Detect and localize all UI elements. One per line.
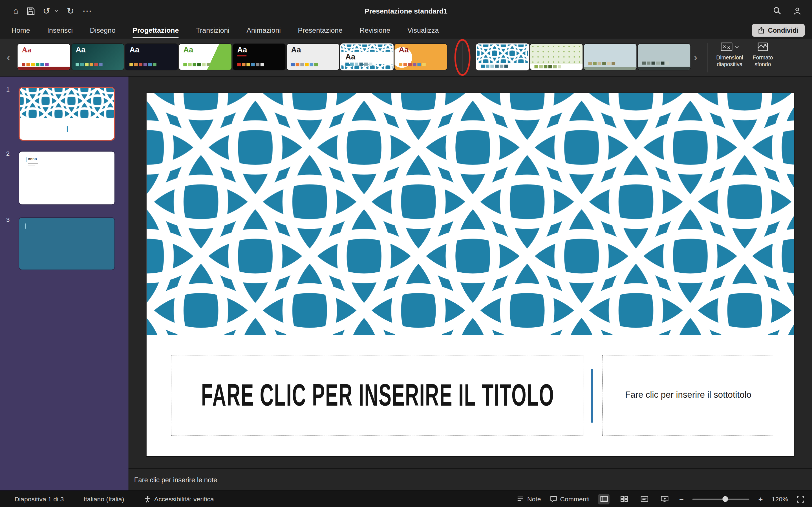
variant-thumbnail[interactable] (530, 43, 583, 70)
more-commands-icon[interactable]: ⋯ (82, 6, 92, 15)
zoom-in-button[interactable]: + (758, 495, 763, 503)
view-normal-button[interactable] (598, 494, 610, 504)
theme-thumbnail[interactable]: Aa (125, 43, 178, 70)
undo-icon[interactable]: ↺ (43, 6, 50, 15)
home-icon[interactable]: ⌂ (13, 7, 18, 15)
zoom-slider[interactable] (693, 496, 749, 503)
theme-letter: Aa (130, 46, 139, 54)
comments-toggle[interactable]: Commenti (550, 496, 590, 503)
slide-counter: Diapositiva 1 di 3 (14, 496, 64, 503)
theme-thumbnail[interactable]: Aa (17, 43, 70, 70)
slide-size-button[interactable]: Dimensionidiapositiva (712, 42, 748, 67)
gallery-prev-icon[interactable]: ‹ (7, 52, 10, 62)
theme-gallery: Aa Aa Aa Aa Aa Aa (17, 43, 448, 70)
variant-thumbnail[interactable] (583, 43, 637, 70)
theme-letter: Aa (75, 46, 86, 54)
slide-thumbnail-2[interactable]: DDDD (18, 151, 115, 205)
theme-color-strip (345, 62, 372, 66)
theme-thumbnail[interactable]: Aa (233, 43, 286, 70)
accessibility-status[interactable]: Accessibilità: verifica (144, 496, 214, 503)
variant-thumbnail[interactable] (638, 43, 691, 70)
theme-thumbnail[interactable]: Aa (394, 43, 448, 70)
caret (26, 223, 26, 228)
share-button[interactable]: Condividi (752, 24, 805, 37)
title-subtitle-divider (591, 369, 593, 423)
tab-presentazione[interactable]: Presentazione (298, 22, 343, 39)
theme-color-strip (399, 63, 426, 66)
fit-to-window-icon[interactable] (797, 496, 804, 503)
save-icon[interactable] (27, 7, 35, 15)
design-ribbon: ‹ Aa Aa Aa Aa Aa (0, 39, 812, 76)
slide-number: 2 (6, 150, 10, 158)
tab-animazioni[interactable]: Animazioni (246, 22, 281, 39)
powerpoint-window: ⌂ ↺ ↻ ⋯ Presentazione standard1 Home Ins… (0, 0, 812, 507)
theme-color-strip (291, 63, 318, 66)
variant-color-strip (481, 65, 508, 68)
slide2-mini-text: DDDD (28, 158, 37, 161)
tab-transizioni[interactable]: Transizioni (196, 22, 230, 39)
variant-gallery (476, 43, 691, 70)
tab-inserisci[interactable]: Inserisci (47, 22, 73, 39)
search-icon[interactable] (773, 7, 781, 15)
theme-thumbnail[interactable]: Aa (71, 43, 124, 70)
reading-view-icon (641, 496, 649, 503)
ribbon-tabbar: Home Inserisci Disegno Progettazione Tra… (0, 22, 812, 39)
theme-letter: Aa (237, 46, 247, 54)
tab-disegno[interactable]: Disegno (90, 22, 116, 39)
theme-thumbnail[interactable]: Aa (287, 43, 340, 70)
ribbon-separator (707, 43, 708, 72)
title-placeholder-text: FARE CLIC PER INSERIRE IL TITOLO (201, 378, 554, 413)
zoom-out-button[interactable]: − (679, 495, 684, 503)
view-slideshow-button[interactable] (659, 494, 670, 504)
zoom-level[interactable]: 120% (772, 496, 788, 503)
language-selector[interactable]: Italiano (Italia) (84, 496, 124, 503)
workspace: 1 2 DDDD 3 FARE CLIC PE (0, 76, 812, 490)
slide-size-icon (720, 42, 733, 52)
notes-pane[interactable]: Fare clic per inserire le note (129, 468, 812, 490)
theme-thumbnail[interactable]: Aa (179, 43, 232, 70)
accessibility-icon (144, 496, 151, 503)
theme-color-strip (183, 63, 210, 66)
account-icon[interactable] (793, 7, 802, 15)
comments-icon (550, 496, 557, 503)
tab-home[interactable]: Home (11, 22, 30, 39)
titlebar: ⌂ ↺ ↻ ⋯ Presentazione standard1 (0, 0, 812, 22)
theme-letter: Aa (399, 46, 409, 54)
notes-toggle[interactable]: Note (517, 496, 541, 503)
view-reading-button[interactable] (639, 494, 650, 504)
tab-visualizza[interactable]: Visualizza (407, 22, 439, 39)
theme-color-strip (237, 63, 264, 66)
variant-color-strip (589, 62, 615, 65)
notes-icon (517, 496, 524, 503)
slide-thumbnail-1[interactable] (18, 87, 115, 141)
share-icon (758, 27, 764, 34)
slide-size-chevron-icon (735, 46, 739, 49)
gallery-divider[interactable] (462, 43, 462, 72)
view-sorter-button[interactable] (619, 494, 630, 504)
format-background-icon (757, 42, 768, 52)
theme-thumbnail-selected[interactable]: Aa (340, 43, 394, 70)
normal-view-icon (600, 496, 608, 503)
theme-color-strip (130, 63, 156, 66)
theme-letter: Aa (22, 46, 31, 54)
redo-icon[interactable]: ↻ (67, 6, 74, 15)
tab-revisione[interactable]: Revisione (360, 22, 391, 39)
slide-sorter-icon (620, 496, 628, 503)
theme-letter: Aa (183, 46, 193, 54)
slide-canvas[interactable]: FARE CLIC PER INSERIRE IL TITOLO Fare cl… (147, 93, 794, 456)
variant-color-strip (535, 65, 562, 68)
title-placeholder[interactable]: FARE CLIC PER INSERIRE IL TITOLO (171, 355, 584, 436)
tab-progettazione[interactable]: Progettazione (133, 22, 179, 39)
format-background-button[interactable]: Formatosfondo (748, 42, 778, 67)
undo-dropdown-chevron-icon[interactable] (54, 9, 59, 12)
theme-color-strip (75, 63, 103, 66)
zoom-slider-knob[interactable] (723, 496, 728, 502)
caret (67, 126, 68, 132)
slide-thumbnail-3[interactable] (18, 217, 115, 270)
slide-background-pattern (147, 93, 794, 335)
gallery-next-icon[interactable]: › (694, 52, 697, 62)
variant-thumbnail-selected[interactable] (476, 43, 529, 70)
slide-size-label: Dimensionidiapositiva (716, 54, 743, 67)
theme-letter: Aa (291, 46, 301, 54)
subtitle-placeholder[interactable]: Fare clic per inserire il sottotitolo (602, 355, 774, 436)
